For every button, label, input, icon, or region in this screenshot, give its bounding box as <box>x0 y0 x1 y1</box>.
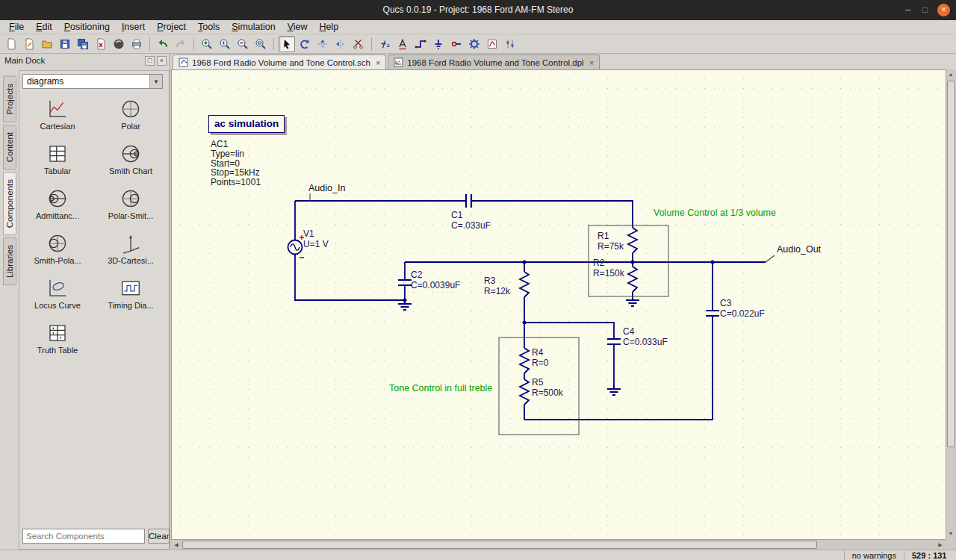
open-file-button[interactable] <box>39 36 55 52</box>
select-tool-button[interactable] <box>279 36 295 52</box>
simulate-button[interactable] <box>466 36 482 52</box>
horizontal-scrollbar[interactable]: ◀ ▶ <box>171 539 946 550</box>
tab-display[interactable]: 1968 Ford Radio Volume and Tone Control.… <box>388 55 600 69</box>
minimize-button[interactable]: – <box>901 4 914 16</box>
component-label-c4[interactable]: C4C=0.033uF <box>623 327 668 347</box>
close-file-button[interactable] <box>93 36 109 52</box>
title-bar[interactable]: Qucs 0.0.19 - Project: 1968 Ford AM-FM S… <box>0 0 956 20</box>
tab-schematic[interactable]: 1968 Ford Radio Volume and Tone Control.… <box>173 55 386 69</box>
component-label-c3[interactable]: C3C=0.022uF <box>720 299 765 319</box>
status-bar: no warnings 529 : 131 <box>0 550 956 560</box>
mirror-y-button[interactable] <box>332 36 349 52</box>
wires[interactable] <box>295 201 766 420</box>
polar-smith-icon <box>120 187 142 210</box>
scroll-right-icon[interactable]: ▶ <box>935 540 946 550</box>
mirror-x-button[interactable] <box>314 36 331 52</box>
menu-tools[interactable]: Tools <box>192 21 226 34</box>
close-window-button[interactable]: × <box>937 4 950 16</box>
zoom-reset-button[interactable] <box>217 36 233 52</box>
new-text-button[interactable] <box>21 36 37 52</box>
deactivate-button[interactable] <box>350 36 367 52</box>
palette-item-label: Timing Dia... <box>108 301 153 310</box>
chevron-down-icon[interactable]: ▾ <box>149 75 162 88</box>
scroll-down-icon[interactable]: ▼ <box>946 529 956 539</box>
palette-item-cartesian[interactable]: Cartesian <box>22 98 93 143</box>
equation-button[interactable] <box>376 36 393 52</box>
print-button[interactable] <box>128 36 145 52</box>
insert-wire-button[interactable] <box>412 36 429 52</box>
save-all-button[interactable] <box>75 36 91 52</box>
close-tab-icon[interactable]: × <box>374 58 380 67</box>
menu-file[interactable]: File <box>3 21 30 34</box>
menu-view[interactable]: View <box>282 21 314 34</box>
schematic-canvas[interactable]: ac simulation AC1 Type=lin Start=0 Stop=… <box>171 69 946 539</box>
horizontal-scrollbar-thumb[interactable] <box>182 541 817 549</box>
reload-button[interactable] <box>111 36 127 52</box>
zoom-in-button[interactable] <box>199 36 215 52</box>
palette-item-truth-table[interactable]: Truth Table <box>22 322 93 367</box>
rotate-button[interactable] <box>297 36 313 52</box>
palette-item-smith-polar[interactable]: Smith-Pola... <box>22 232 93 277</box>
scroll-up-icon[interactable]: ▲ <box>946 69 956 80</box>
redo-button[interactable] <box>173 36 189 52</box>
component-name: R1 <box>598 231 624 242</box>
component-label-r4[interactable]: R4R=0 <box>532 348 548 368</box>
palette-item-smith-chart[interactable]: Smith Chart <box>95 143 167 187</box>
component-label-r1[interactable]: R1R=75k <box>598 231 624 252</box>
palette-item-admittance[interactable]: Admittanc... <box>22 187 93 232</box>
side-tab-projects[interactable]: Projects <box>3 76 16 122</box>
palette-item-polar[interactable]: Polar <box>95 98 167 143</box>
timing-diagram-icon <box>120 277 142 299</box>
component-label-r3[interactable]: R3R=12k <box>484 276 510 296</box>
undo-button[interactable] <box>155 36 171 52</box>
menu-edit[interactable]: Edit <box>30 21 58 34</box>
component-label-r5[interactable]: R5R=500k <box>532 378 563 398</box>
dock-header[interactable]: Main Dock □ × <box>0 54 170 69</box>
side-tab-content[interactable]: Content <box>3 125 16 169</box>
palette-item-3d-cartesian[interactable]: 3D-Cartesi... <box>95 232 167 277</box>
component-label-c1[interactable]: C1C=.033uF <box>451 211 491 231</box>
dock-float-icon[interactable]: □ <box>145 56 155 66</box>
side-tab-components[interactable]: Components <box>3 172 16 235</box>
ac-simulation-params[interactable]: AC1 Type=lin Start=0 Stop=15kHz Points=1… <box>211 140 261 187</box>
menu-project[interactable]: Project <box>151 21 192 34</box>
insert-ground-button[interactable] <box>430 36 447 52</box>
component-label-v1[interactable]: V1U=1 V <box>303 229 329 249</box>
dock-close-icon[interactable]: × <box>157 56 167 66</box>
node-label-audio-in[interactable]: Audio_In <box>308 183 345 193</box>
diagram-category-dropdown[interactable]: diagrams ▾ <box>22 74 163 89</box>
palette-item-locus-curve[interactable]: Locus Curve <box>22 277 93 322</box>
zoom-out-button[interactable] <box>235 36 251 52</box>
menu-simulation[interactable]: Simulation <box>226 21 281 34</box>
clear-search-button[interactable]: Clear <box>148 529 170 544</box>
new-file-button[interactable] <box>3 36 19 52</box>
close-tab-icon[interactable]: × <box>588 58 594 67</box>
palette-item-polar-smith[interactable]: Polar-Smit... <box>95 187 167 232</box>
palette-item-tabular[interactable]: Tabular <box>22 143 93 187</box>
vertical-scrollbar-thumb[interactable] <box>947 81 955 447</box>
maximize-button[interactable]: □ <box>919 4 931 16</box>
ac-simulation-box[interactable]: ac simulation <box>208 115 285 133</box>
menu-positioning[interactable]: Positioning <box>58 21 116 34</box>
insert-port-button[interactable] <box>448 36 465 52</box>
ac-source-v1-symbol[interactable] <box>288 235 305 258</box>
palette-item-timing-diagram[interactable]: Timing Dia... <box>95 277 167 322</box>
display-data-button[interactable] <box>484 36 500 52</box>
search-components-input[interactable] <box>22 529 145 544</box>
menu-help[interactable]: Help <box>314 21 345 34</box>
side-tab-libraries[interactable]: Libraries <box>3 237 16 285</box>
ground-symbols[interactable] <box>398 296 639 395</box>
save-button[interactable] <box>57 36 73 52</box>
wire-label-button[interactable] <box>394 36 411 52</box>
component-label-r2[interactable]: R2R=150k <box>593 258 624 279</box>
new-text-icon <box>22 37 36 51</box>
menu-insert[interactable]: Insert <box>116 21 151 34</box>
zoom-fit-button[interactable] <box>252 36 269 52</box>
scroll-left-icon[interactable]: ◀ <box>171 540 181 550</box>
component-label-c2[interactable]: C2C=0.0039uF <box>411 270 460 290</box>
vertical-scrollbar[interactable]: ▲ ▼ <box>946 69 956 539</box>
node-label-audio-out[interactable]: Audio_Out <box>777 244 821 255</box>
tune-button[interactable] <box>502 36 518 52</box>
application-window: Qucs 0.0.19 - Project: 1968 Ford AM-FM S… <box>0 0 956 560</box>
reload-icon <box>112 37 125 51</box>
